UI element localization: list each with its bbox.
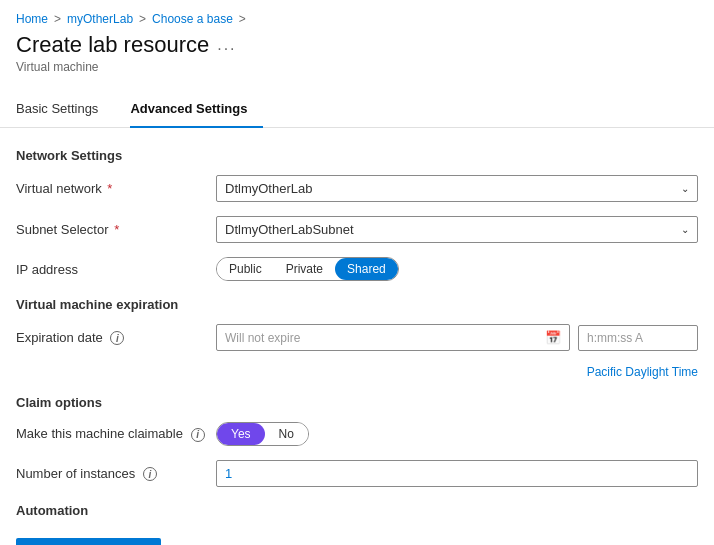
form-content: Network Settings Virtual network * Dtlmy…: [0, 128, 714, 545]
virtual-network-chevron-icon: ⌄: [681, 183, 689, 194]
breadcrumb-sep-1: >: [54, 12, 61, 26]
tab-basic-settings[interactable]: Basic Settings: [16, 91, 114, 128]
virtual-network-value: DtlmyOtherLab: [225, 181, 681, 196]
expiration-section-label: Virtual machine expiration: [16, 297, 698, 312]
num-instances-input[interactable]: [216, 460, 698, 487]
claim-options-label: Claim options: [16, 395, 698, 410]
page-subtitle: Virtual machine: [16, 60, 698, 74]
virtual-network-label: Virtual network *: [16, 181, 216, 196]
expiration-info-icon[interactable]: i: [110, 331, 124, 345]
breadcrumb-sep-2: >: [139, 12, 146, 26]
ip-address-label: IP address: [16, 262, 216, 277]
calendar-icon: 📅: [545, 330, 561, 345]
ip-option-private[interactable]: Private: [274, 258, 335, 280]
virtual-network-dropdown[interactable]: DtlmyOtherLab ⌄: [216, 175, 698, 202]
view-arm-template-button[interactable]: View ARM template: [16, 538, 161, 545]
num-instances-row: Number of instances i: [16, 460, 698, 487]
ip-address-toggle[interactable]: Public Private Shared: [216, 257, 399, 281]
breadcrumb: Home > myOtherLab > Choose a base >: [0, 0, 714, 32]
num-instances-label: Number of instances i: [16, 466, 216, 482]
breadcrumb-choose-base[interactable]: Choose a base: [152, 12, 233, 26]
virtual-network-row: Virtual network * DtlmyOtherLab ⌄: [16, 175, 698, 202]
date-time-container: Will not expire 📅 h:mm:ss A: [216, 324, 698, 351]
expiration-date-row: Expiration date i Will not expire 📅 h:mm…: [16, 324, 698, 351]
expiration-date-label: Expiration date i: [16, 330, 216, 346]
expiration-date-placeholder: Will not expire: [225, 331, 537, 345]
automation-label: Automation: [16, 503, 698, 518]
ip-option-shared[interactable]: Shared: [335, 258, 398, 280]
make-claimable-label: Make this machine claimable i: [16, 426, 216, 442]
expiration-time-field[interactable]: h:mm:ss A: [578, 325, 698, 351]
claimable-toggle[interactable]: Yes No: [216, 422, 309, 446]
make-claimable-row: Make this machine claimable i Yes No: [16, 422, 698, 446]
tabs-container: Basic Settings Advanced Settings: [0, 90, 714, 128]
vn-required-star: *: [104, 181, 113, 196]
page-title: Create lab resource: [16, 32, 209, 58]
network-settings-label: Network Settings: [16, 148, 698, 163]
ellipsis-menu-button[interactable]: ...: [217, 36, 236, 54]
tab-advanced-settings[interactable]: Advanced Settings: [130, 91, 263, 128]
claimable-no-option[interactable]: No: [265, 423, 308, 445]
instances-info-icon[interactable]: i: [143, 467, 157, 481]
ip-option-public[interactable]: Public: [217, 258, 274, 280]
claimable-info-icon[interactable]: i: [191, 428, 205, 442]
subnet-selector-row: Subnet Selector * DtlmyOtherLabSubnet ⌄: [16, 216, 698, 243]
breadcrumb-lab[interactable]: myOtherLab: [67, 12, 133, 26]
breadcrumb-home[interactable]: Home: [16, 12, 48, 26]
claimable-yes-option[interactable]: Yes: [217, 423, 265, 445]
subnet-selector-dropdown[interactable]: DtlmyOtherLabSubnet ⌄: [216, 216, 698, 243]
subnet-selector-label: Subnet Selector *: [16, 222, 216, 237]
ip-address-row: IP address Public Private Shared: [16, 257, 698, 281]
timezone-label: Pacific Daylight Time: [216, 365, 698, 379]
breadcrumb-sep-3: >: [239, 12, 246, 26]
subnet-selector-value: DtlmyOtherLabSubnet: [225, 222, 681, 237]
subnet-chevron-icon: ⌄: [681, 224, 689, 235]
expiration-date-field[interactable]: Will not expire 📅: [216, 324, 570, 351]
subnet-required-star: *: [111, 222, 120, 237]
automation-section: Automation View ARM template: [16, 503, 698, 545]
page-header: Create lab resource ... Virtual machine: [0, 32, 714, 82]
